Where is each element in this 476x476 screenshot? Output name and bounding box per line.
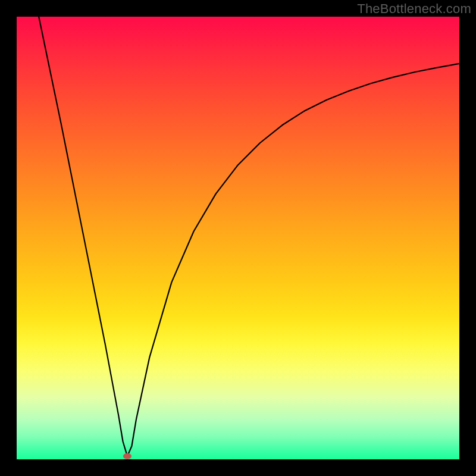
plot-area: [17, 17, 459, 459]
watermark-text: TheBottleneck.com: [357, 1, 471, 17]
chart-frame: TheBottleneck.com: [0, 0, 476, 476]
optimum-marker: [123, 453, 131, 459]
bottleneck-curve: [39, 17, 459, 456]
chart-svg: [17, 17, 459, 459]
